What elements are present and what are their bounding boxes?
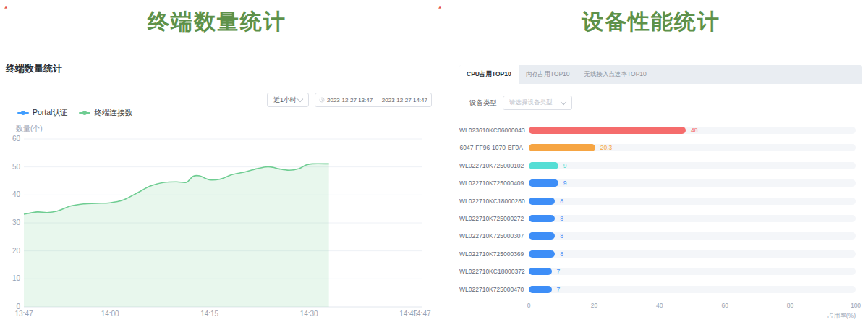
bar-track (529, 250, 856, 258)
bar-value-label: 7 (557, 287, 561, 293)
date-range-picker[interactable]: 2023-12-27 13:47 - 2023-12-27 14:47 (315, 93, 432, 107)
bar-WL022710K725000272 (529, 215, 555, 222)
bar-track (529, 162, 856, 169)
bar-value-label: 9 (563, 163, 567, 169)
legend-dot-icon (82, 111, 87, 115)
dashboard: * 终端数量统计 终端数量统计 近1小时 2023-12-27 13:47 - … (0, 0, 868, 330)
bar-WL022710K725000307 (529, 232, 555, 240)
terminal-count-line-chart: 010203040506013:4714:0014:1514:3014:4514… (0, 130, 448, 330)
bar-WL022710K725000102 (529, 162, 558, 169)
x-tick-label: 14:15 (200, 310, 218, 318)
bar-WL022710KC18000372 (529, 268, 552, 275)
clock-icon (319, 96, 325, 103)
bar-category-label: WL022710KC18000372 (459, 268, 523, 275)
x-tick-label: 80 (782, 302, 799, 309)
bar-value-label: 9 (563, 180, 567, 187)
time-range-value: 近1小时 (273, 96, 297, 105)
date-range-separator: - (376, 97, 378, 103)
device-performance-panel: * 设备性能统计 CPU占用TOP10内存占用TOP10无线接入点速率TOP10… (434, 0, 868, 330)
bar-track (529, 232, 856, 240)
bar-6047-FF96-1070-EF0A (529, 144, 595, 151)
legend-dot-icon (21, 111, 25, 115)
right-panel-title: 设备性能统计 (434, 7, 868, 37)
bar-track (529, 268, 856, 275)
bar-value-label: 8 (560, 216, 563, 222)
bar-category-label: WL022710K725000307 (459, 232, 523, 240)
chevron-down-icon (297, 96, 303, 101)
legend-marker-icon (17, 112, 29, 114)
legend-item-portal-auth[interactable]: Portal认证 (17, 108, 67, 118)
bar-category-label: WL023610KC06000043 (459, 127, 523, 134)
legend-item-terminal-connections[interactable]: 终端连接数 (79, 108, 132, 118)
x-tick-label: 14:00 (101, 310, 119, 318)
left-chart-title: 终端数量统计 (6, 62, 62, 75)
time-range-select[interactable]: 近1小时 (267, 93, 309, 107)
bar-category-label: WL022710K725000272 (459, 215, 523, 222)
bar-track (529, 286, 856, 293)
x-tick-label: 13:47 (14, 310, 33, 318)
terminal-count-panel: * 终端数量统计 终端数量统计 近1小时 2023-12-27 13:47 - … (0, 0, 434, 330)
bar-value-label: 48 (691, 127, 697, 134)
y-tick-label: 50 (12, 163, 21, 171)
legend-marker-icon (79, 112, 90, 114)
bar-WL022710K725000369 (529, 250, 555, 258)
bar-value-label: 8 (560, 198, 563, 205)
date-range-start: 2023-12-27 13:47 (327, 97, 373, 103)
y-tick-label: 40 (12, 190, 21, 198)
time-controls: 近1小时 2023-12-27 13:47 - 2023-12-27 14:47 (267, 93, 432, 107)
bar-category-label: WL022710K725000369 (459, 250, 523, 258)
x-tick-label: 0 (520, 302, 537, 309)
bar-value-label: 8 (560, 251, 563, 258)
y-tick-label: 20 (12, 247, 21, 255)
date-range-end: 2023-12-27 14:47 (382, 97, 427, 103)
bar-WL022710KC18000280 (529, 198, 555, 205)
y-tick-label: 60 (12, 135, 21, 143)
bar-category-label: WL022710K725000409 (459, 179, 523, 187)
chart-legend: Portal认证终端连接数 (17, 108, 132, 118)
x-tick-label: 100 (847, 302, 864, 309)
y-tick-label: 10 (12, 274, 21, 282)
bar-category-label: WL022710K725000470 (459, 286, 523, 293)
y-tick-label: 30 (12, 219, 21, 227)
bar-value-label: 7 (557, 268, 561, 275)
legend-label: 终端连接数 (94, 108, 132, 118)
x-tick-label: 14:47 (412, 310, 430, 318)
bar-category-label: 6047-FF96-1070-EF0A (459, 144, 523, 151)
bar-track (529, 198, 856, 205)
x-tick-label: 14:30 (300, 310, 318, 318)
bar-WL022710K725000409 (529, 179, 558, 187)
x-tick-label: 40 (651, 302, 668, 309)
x-tick-label: 20 (585, 302, 603, 309)
bar-track (529, 179, 856, 187)
x-tick-label: 60 (716, 302, 733, 309)
cpu-top10-bar-chart: WL023610KC06000043486047-FF96-1070-EF0A2… (459, 65, 862, 330)
performance-card: CPU占用TOP10内存占用TOP10无线接入点速率TOP10 设备类型 请选择… (459, 65, 862, 330)
legend-label: Portal认证 (33, 108, 67, 118)
x-axis-name: 占用率(%) (783, 312, 856, 321)
left-panel-title: 终端数量统计 (0, 7, 434, 37)
bar-value-label: 20.3 (600, 145, 613, 151)
bar-track (529, 215, 856, 222)
bar-WL023610KC06000043 (529, 127, 686, 134)
bar-value-label: 8 (560, 233, 563, 240)
bar-WL022710K725000470 (529, 286, 552, 293)
terminal-connections-area (24, 164, 329, 307)
bar-category-label: WL022710K725000102 (459, 162, 523, 169)
bar-category-label: WL022710KC18000280 (459, 198, 523, 205)
